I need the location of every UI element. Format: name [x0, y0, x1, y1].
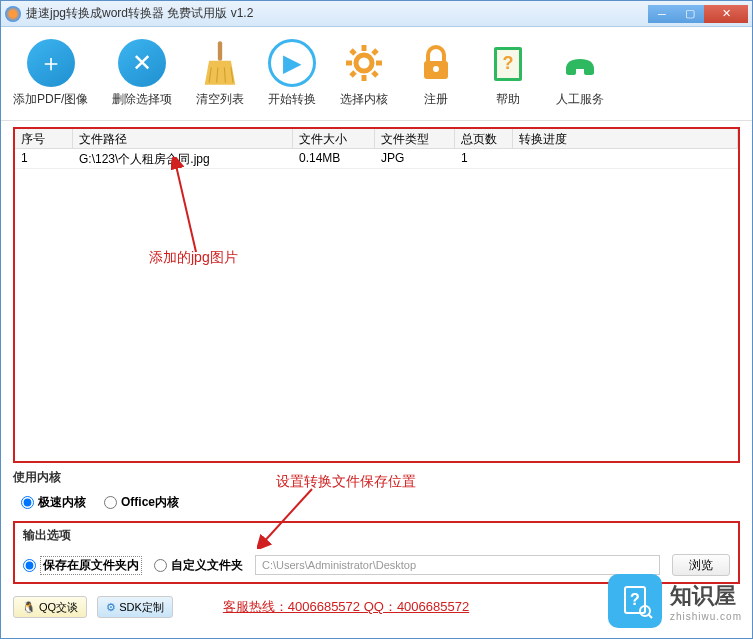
- radio-custom-folder[interactable]: 自定义文件夹: [154, 557, 243, 574]
- svg-line-11: [373, 72, 377, 76]
- svg-line-10: [351, 50, 355, 54]
- plus-icon: ＋: [27, 39, 75, 87]
- title-bar: 捷速jpg转换成word转换器 免费试用版 v1.2 ─ ▢ ✕: [1, 1, 752, 27]
- close-button[interactable]: ✕: [704, 5, 748, 23]
- col-size[interactable]: 文件大小: [293, 129, 375, 148]
- add-file-button[interactable]: ＋ 添加PDF/图像: [13, 39, 88, 108]
- broom-icon: [196, 39, 244, 87]
- output-path-input[interactable]: [255, 555, 660, 575]
- annotation-added: 添加的jpg图片: [149, 249, 238, 267]
- browse-button[interactable]: 浏览: [672, 554, 730, 576]
- gear-icon: [340, 39, 388, 87]
- svg-line-13: [373, 50, 377, 54]
- lock-icon: [412, 39, 460, 87]
- clear-list-button[interactable]: 清空列表: [196, 39, 244, 108]
- register-button[interactable]: 注册: [412, 39, 460, 108]
- minimize-button[interactable]: ─: [648, 5, 676, 23]
- col-seq[interactable]: 序号: [15, 129, 73, 148]
- play-icon: ▶: [268, 39, 316, 87]
- radio-fast-core[interactable]: 极速内核: [21, 494, 86, 511]
- svg-line-12: [351, 72, 355, 76]
- list-header: 序号 文件路径 文件大小 文件类型 总页数 转换进度: [15, 129, 738, 149]
- app-icon: [5, 6, 21, 22]
- hotline-link[interactable]: 客服热线：4006685572 QQ：4006685572: [223, 598, 469, 616]
- sdk-custom-button[interactable]: ⚙SDK定制: [97, 596, 173, 618]
- radio-office-core[interactable]: Office内核: [104, 494, 179, 511]
- delete-selection-button[interactable]: ✕ 删除选择项: [112, 39, 172, 108]
- svg-rect-0: [218, 41, 222, 61]
- svg-text:?: ?: [503, 53, 514, 73]
- customer-service-button[interactable]: 人工服务: [556, 39, 604, 108]
- svg-point-15: [433, 66, 439, 72]
- x-icon: ✕: [118, 39, 166, 87]
- annotation-save-location: 设置转换文件保存位置: [276, 473, 416, 491]
- svg-point-5: [356, 55, 372, 71]
- col-pages[interactable]: 总页数: [455, 129, 513, 148]
- start-convert-button[interactable]: ▶ 开始转换: [268, 39, 316, 108]
- output-section: 输出选项 保存在原文件夹内 自定义文件夹 浏览: [13, 521, 740, 584]
- maximize-button[interactable]: ▢: [676, 5, 704, 23]
- radio-same-folder[interactable]: 保存在原文件夹内: [23, 556, 142, 575]
- table-row[interactable]: 1 G:\123\个人租房合同.jpg 0.14MB JPG 1: [15, 149, 738, 169]
- toolbar: ＋ 添加PDF/图像 ✕ 删除选择项 清空列表 ▶ 开始转换 选择内核: [1, 27, 752, 121]
- col-progress[interactable]: 转换进度: [513, 129, 738, 148]
- col-path[interactable]: 文件路径: [73, 129, 293, 148]
- window-title: 捷速jpg转换成word转换器 免费试用版 v1.2: [26, 5, 648, 22]
- col-type[interactable]: 文件类型: [375, 129, 455, 148]
- qq-chat-button[interactable]: 🐧QQ交谈: [13, 596, 87, 618]
- help-button[interactable]: ? 帮助: [484, 39, 532, 108]
- output-label: 输出选项: [15, 523, 738, 544]
- select-core-button[interactable]: 选择内核: [340, 39, 388, 108]
- phone-icon: [556, 39, 604, 87]
- file-list: 序号 文件路径 文件大小 文件类型 总页数 转换进度 1 G:\123\个人租房…: [13, 127, 740, 463]
- book-icon: ?: [484, 39, 532, 87]
- footer: 🐧QQ交谈 ⚙SDK定制 客服热线：4006685572 QQ：40066855…: [1, 590, 752, 624]
